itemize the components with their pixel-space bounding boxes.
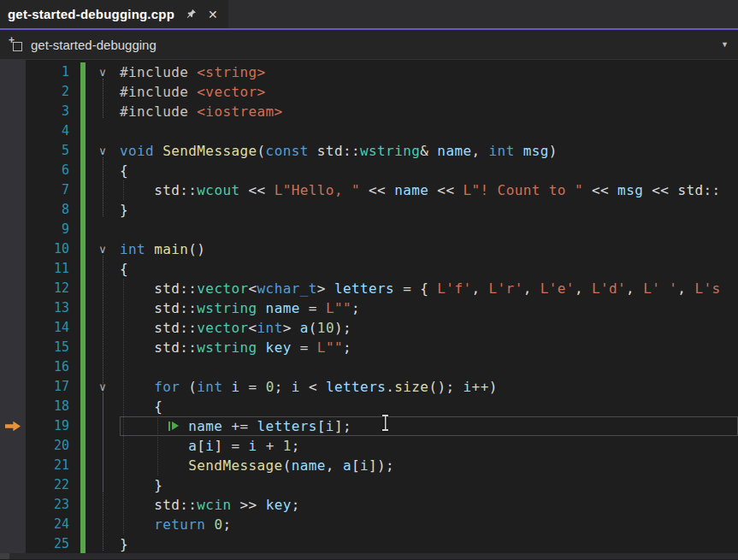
line-number: 11 <box>26 259 80 279</box>
fold-column <box>86 495 120 515</box>
fold-column <box>86 416 120 436</box>
code-line-21[interactable]: 21 SendMessage(name, a[i]); <box>0 456 738 475</box>
code-line-19[interactable]: 19 name += letters[i]; <box>0 416 738 436</box>
line-number: 16 <box>26 357 80 377</box>
code-text[interactable] <box>120 220 738 239</box>
code-text[interactable]: } <box>120 200 738 220</box>
line-number: 20 <box>26 436 80 456</box>
code-line-13[interactable]: 13 std::wstring name = L""; <box>0 298 738 318</box>
line-number: 5 <box>26 141 80 161</box>
code-text[interactable]: } <box>120 475 738 495</box>
fold-column <box>86 357 120 377</box>
pin-icon[interactable] <box>186 9 197 20</box>
code-line-24[interactable]: 24 return 0; <box>0 515 738 534</box>
fold-collapse-icon[interactable]: ∨ <box>86 377 120 397</box>
code-line-1[interactable]: 1∨#include <string> <box>0 62 738 82</box>
code-text[interactable]: return 0; <box>120 515 738 534</box>
fold-column <box>86 259 120 279</box>
code-line-12[interactable]: 12 std::vector<wchar_t> letters = { L'f'… <box>0 279 738 298</box>
fold-column <box>86 318 120 338</box>
code-text[interactable]: SendMessage(name, a[i]); <box>120 456 738 475</box>
tab-get-started-debugging[interactable]: get-started-debugging.cpp ✕ <box>0 0 228 28</box>
code-text[interactable]: std::wcin >> key; <box>120 495 738 515</box>
code-text[interactable]: { <box>120 161 738 180</box>
scope-dropdown[interactable]: get-started-debugging <box>31 38 156 52</box>
fold-column <box>86 298 120 318</box>
code-text[interactable] <box>120 357 738 377</box>
code-text[interactable]: void SendMessage(const std::wstring& nam… <box>120 141 738 161</box>
fold-column <box>86 475 120 495</box>
fold-column <box>86 161 120 180</box>
code-text[interactable]: #include <vector> <box>120 82 738 102</box>
fold-column <box>86 456 120 475</box>
code-text[interactable]: } <box>120 534 738 554</box>
line-number: 6 <box>26 161 80 180</box>
line-number: 17 <box>26 377 80 397</box>
line-number: 22 <box>26 475 80 495</box>
code-line-15[interactable]: 15 std::wstring key = L""; <box>0 338 738 357</box>
fold-column <box>86 220 120 239</box>
code-line-14[interactable]: 14 std::vector<int> a(10); <box>0 318 738 338</box>
code-line-7[interactable]: 7 std::wcout << L"Hello, " << name << L"… <box>0 180 738 200</box>
line-number: 12 <box>26 279 80 298</box>
code-line-20[interactable]: 20 a[i] = i + 1; <box>0 436 738 456</box>
code-line-5[interactable]: 5∨void SendMessage(const std::wstring& n… <box>0 141 738 161</box>
code-text[interactable]: std::wstring key = L""; <box>120 338 738 357</box>
fold-column <box>86 436 120 456</box>
fold-column <box>86 82 120 102</box>
code-text[interactable]: { <box>120 259 738 279</box>
line-number: 10 <box>26 239 80 259</box>
code-line-11[interactable]: 11{ <box>0 259 738 279</box>
line-number: 23 <box>26 495 80 515</box>
horizontal-scrollbar[interactable] <box>0 553 738 559</box>
code-text[interactable]: #include <string> <box>120 62 738 82</box>
code-line-17[interactable]: 17∨ for (int i = 0; i < letters.size(); … <box>0 377 738 397</box>
code-line-8[interactable]: 8} <box>0 200 738 220</box>
code-lines: 1∨#include <string>2#include <vector>3#i… <box>0 62 738 554</box>
line-number: 2 <box>26 82 80 102</box>
code-line-2[interactable]: 2#include <vector> <box>0 82 738 102</box>
code-text[interactable]: a[i] = i + 1; <box>120 436 738 456</box>
code-text[interactable]: int main() <box>120 239 738 259</box>
run-to-click-icon[interactable] <box>168 421 180 431</box>
code-line-4[interactable]: 4 <box>0 121 738 141</box>
line-number: 18 <box>26 397 80 416</box>
code-text[interactable]: #include <iostream> <box>120 102 738 121</box>
code-line-16[interactable]: 16 <box>0 357 738 377</box>
chevron-down-icon[interactable]: ▼ <box>721 40 729 49</box>
code-editor-window: get-started-debugging.cpp ✕ + get-starte… <box>0 0 738 560</box>
fold-column <box>86 515 120 534</box>
fold-column <box>86 180 120 200</box>
code-line-10[interactable]: 10∨int main() <box>0 239 738 259</box>
line-number: 25 <box>26 534 80 554</box>
fold-column <box>86 279 120 298</box>
line-number: 15 <box>26 338 80 357</box>
fold-column <box>86 102 120 121</box>
code-line-9[interactable]: 9 <box>0 220 738 239</box>
line-number: 3 <box>26 102 80 121</box>
code-text[interactable]: name += letters[i]; <box>120 416 738 436</box>
code-text[interactable]: std::wcout << L"Hello, " << name << L"! … <box>120 180 738 200</box>
code-line-23[interactable]: 23 std::wcin >> key; <box>0 495 738 515</box>
line-number: 13 <box>26 298 80 318</box>
code-line-6[interactable]: 6{ <box>0 161 738 180</box>
fold-collapse-icon[interactable]: ∨ <box>86 239 120 259</box>
code-text[interactable]: std::vector<int> a(10); <box>120 318 738 338</box>
code-line-22[interactable]: 22 } <box>0 475 738 495</box>
line-number: 19 <box>26 416 80 436</box>
code-text[interactable]: { <box>120 397 738 416</box>
code-line-25[interactable]: 25} <box>0 534 738 554</box>
fold-collapse-icon[interactable]: ∨ <box>86 141 120 161</box>
line-number: 1 <box>26 62 80 82</box>
close-icon[interactable]: ✕ <box>208 9 218 21</box>
editor-surface[interactable]: 1∨#include <string>2#include <vector>3#i… <box>0 60 738 559</box>
code-text[interactable]: std::vector<wchar_t> letters = { L'f', L… <box>120 279 738 298</box>
fold-collapse-icon[interactable]: ∨ <box>86 62 120 82</box>
code-text[interactable]: for (int i = 0; i < letters.size(); i++) <box>120 377 738 397</box>
code-text[interactable]: std::wstring name = L""; <box>120 298 738 318</box>
line-number: 8 <box>26 200 80 220</box>
line-number: 9 <box>26 220 80 239</box>
code-line-3[interactable]: 3#include <iostream> <box>0 102 738 121</box>
code-line-18[interactable]: 18 { <box>0 397 738 416</box>
code-text[interactable] <box>120 121 738 141</box>
